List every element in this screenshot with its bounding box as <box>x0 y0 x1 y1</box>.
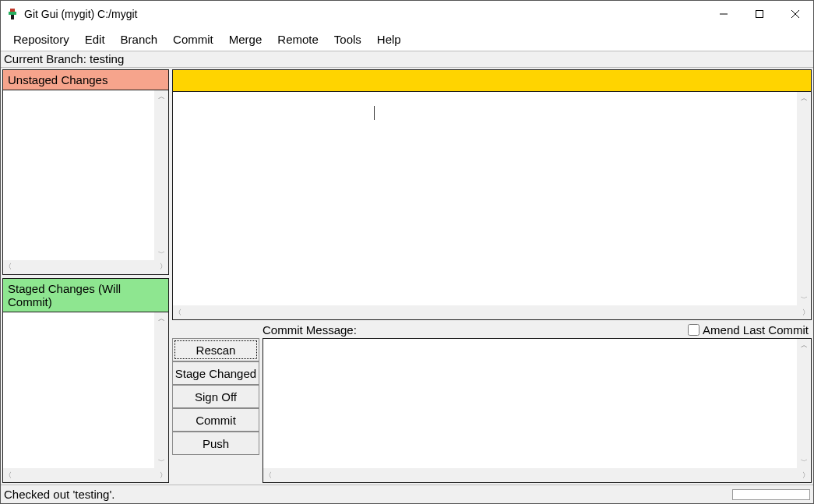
commit-msg-horizontal-scrollbar[interactable]: 〈 〉 <box>263 468 811 482</box>
menu-bar: Repository Edit Branch Commit Merge Remo… <box>1 27 813 51</box>
menu-remote[interactable]: Remote <box>270 30 326 49</box>
chevron-right-icon: 〉 <box>160 471 167 481</box>
menu-edit[interactable]: Edit <box>77 30 113 49</box>
diff-header <box>173 70 811 92</box>
diff-pane: ︿ ﹀ 〈 〉 <box>172 69 812 320</box>
commit-message-label: Commit Message: <box>263 323 357 337</box>
svg-rect-2 <box>11 15 14 19</box>
commit-bar: Commit Message: Amend Last Commit <box>172 323 812 338</box>
chevron-right-icon: 〉 <box>802 471 809 481</box>
amend-checkbox[interactable] <box>688 324 699 336</box>
chevron-right-icon: 〉 <box>802 308 809 318</box>
staged-vertical-scrollbar[interactable]: ︿ ﹀ <box>154 312 168 469</box>
menu-tools[interactable]: Tools <box>326 30 369 49</box>
staged-panel: Staged Changes (Will Commit) ︿ ﹀ 〈 〉 <box>2 278 169 484</box>
status-text: Checked out 'testing'. <box>4 488 115 501</box>
chevron-left-icon: 〈 <box>5 262 12 272</box>
staged-list[interactable] <box>3 312 154 469</box>
status-well <box>732 489 810 500</box>
unstaged-panel: Unstaged Changes ︿ ﹀ 〈 〉 <box>2 69 169 275</box>
svg-rect-0 <box>10 9 15 12</box>
title-bar: Git Gui (mygit) C:/mygit <box>1 1 813 27</box>
svg-line-6 <box>791 10 799 18</box>
close-button[interactable] <box>777 1 813 27</box>
diff-content[interactable] <box>173 92 797 305</box>
chevron-down-icon: ﹀ <box>801 292 808 305</box>
chevron-down-icon: ﹀ <box>158 455 165 468</box>
chevron-up-icon: ︿ <box>801 92 808 105</box>
commit-area: Commit Message: Amend Last Commit Rescan… <box>172 323 812 483</box>
menu-branch[interactable]: Branch <box>113 30 166 49</box>
diff-vertical-scrollbar[interactable]: ︿ ﹀ <box>797 92 811 305</box>
unstaged-list[interactable] <box>3 90 154 260</box>
commit-button[interactable]: Commit <box>172 408 259 432</box>
staged-horizontal-scrollbar[interactable]: 〈 〉 <box>3 468 168 482</box>
staged-header: Staged Changes (Will Commit) <box>3 279 168 312</box>
chevron-left-icon: 〈 <box>5 471 12 481</box>
menu-commit[interactable]: Commit <box>165 30 221 49</box>
chevron-up-icon: ︿ <box>158 90 165 104</box>
commit-message-input[interactable] <box>263 339 797 468</box>
main-area: Unstaged Changes ︿ ﹀ 〈 〉 Staged Changes … <box>1 68 813 485</box>
stage-changed-button[interactable]: Stage Changed <box>172 361 259 385</box>
commit-message-box: ︿ ﹀ 〈 〉 <box>263 338 812 483</box>
unstaged-header: Unstaged Changes <box>3 70 168 90</box>
rescan-button[interactable]: Rescan <box>172 338 259 361</box>
unstaged-vertical-scrollbar[interactable]: ︿ ﹀ <box>154 90 168 260</box>
left-column: Unstaged Changes ︿ ﹀ 〈 〉 Staged Changes … <box>1 68 171 485</box>
current-branch-label: Current Branch: testing <box>1 51 813 68</box>
menu-repository[interactable]: Repository <box>5 30 77 49</box>
chevron-up-icon: ︿ <box>801 339 808 352</box>
sign-off-button[interactable]: Sign Off <box>172 385 259 408</box>
push-button[interactable]: Push <box>172 432 259 455</box>
chevron-left-icon: 〈 <box>174 308 181 318</box>
chevron-down-icon: ﹀ <box>801 455 808 468</box>
minimize-button[interactable] <box>706 1 742 27</box>
chevron-left-icon: 〈 <box>265 471 272 481</box>
amend-label: Amend Last Commit <box>703 323 809 337</box>
svg-rect-4 <box>756 11 763 18</box>
menu-merge[interactable]: Merge <box>221 30 270 49</box>
app-icon <box>5 7 19 21</box>
maximize-button[interactable] <box>742 1 777 27</box>
status-bar: Checked out 'testing'. <box>1 485 813 503</box>
commit-msg-vertical-scrollbar[interactable]: ︿ ﹀ <box>797 339 811 468</box>
chevron-right-icon: 〉 <box>160 262 167 272</box>
menu-help[interactable]: Help <box>369 30 409 49</box>
chevron-up-icon: ︿ <box>158 312 165 326</box>
commit-button-column: Rescan Stage Changed Sign Off Commit Pus… <box>172 338 259 483</box>
diff-horizontal-scrollbar[interactable]: 〈 〉 <box>173 305 811 319</box>
svg-rect-1 <box>9 12 16 15</box>
window-title: Git Gui (mygit) C:/mygit <box>24 8 137 20</box>
unstaged-horizontal-scrollbar[interactable]: 〈 〉 <box>3 260 168 274</box>
chevron-down-icon: ﹀ <box>158 247 165 260</box>
right-column: ︿ ﹀ 〈 〉 Commit Message: Amend Last Commi… <box>171 68 813 485</box>
svg-line-5 <box>791 10 799 18</box>
text-caret <box>374 106 375 120</box>
amend-last-commit[interactable]: Amend Last Commit <box>688 323 809 337</box>
